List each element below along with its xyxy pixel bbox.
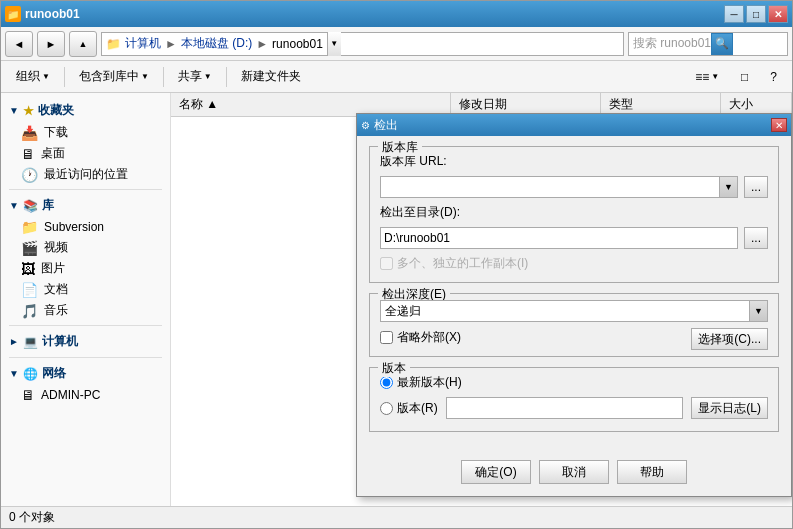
organize-button[interactable]: 组织 ▼: [7, 64, 59, 90]
forward-button[interactable]: ►: [37, 31, 65, 57]
sidebar-item-subversion[interactable]: 📁 Subversion: [1, 217, 170, 237]
maximize-button[interactable]: □: [746, 5, 766, 23]
computer-label: 计算机: [42, 333, 78, 350]
repo-url-dropdown-icon[interactable]: ▼: [719, 177, 737, 197]
include-library-button[interactable]: 包含到库中 ▼: [70, 64, 158, 90]
show-log-button[interactable]: 显示日志(L): [691, 397, 768, 419]
network-header[interactable]: ▼ 🌐 网络: [1, 362, 170, 385]
computer-adminpc-icon: 🖥: [21, 387, 35, 403]
library-header[interactable]: ▼ 📚 库: [1, 194, 170, 217]
dialog-title-text: 检出: [374, 117, 771, 134]
view-icon-button[interactable]: ≡≡ ▼: [686, 64, 728, 90]
sidebar-item-video[interactable]: 🎬 视频: [1, 237, 170, 258]
toolbar-separator-1: [64, 67, 65, 87]
help-button[interactable]: ?: [761, 64, 786, 90]
options-button[interactable]: 选择项(C)...: [691, 328, 768, 350]
sidebar-item-music[interactable]: 🎵 音乐: [1, 300, 170, 321]
checkout-dir-browse-button[interactable]: ...: [744, 227, 768, 249]
omit-externals-label: 省略外部(X): [397, 329, 461, 346]
version-group: 版本 最新版本(H) 版本(R) 显示日志(L): [369, 367, 779, 432]
new-folder-button[interactable]: 新建文件夹: [232, 64, 310, 90]
specific-version-radio[interactable]: [380, 402, 393, 415]
sidebar-item-pictures[interactable]: 🖼 图片: [1, 258, 170, 279]
cancel-button[interactable]: 取消: [539, 460, 609, 484]
sidebar-item-adminpc[interactable]: 🖥 ADMIN-PC: [1, 385, 170, 405]
path-seg1: 计算机: [125, 35, 161, 52]
repo-group-label: 版本库: [378, 139, 422, 156]
omit-externals-checkbox[interactable]: [380, 331, 393, 344]
folder-icon-downloads: 📥: [21, 125, 38, 141]
repo-url-select[interactable]: ▼: [380, 176, 738, 198]
search-box: 搜索 runoob01 🔍: [628, 32, 788, 56]
library-arrow-icon: ▼: [9, 200, 19, 211]
close-button[interactable]: ✕: [768, 5, 788, 23]
main-toolbar: 组织 ▼ 包含到库中 ▼ 共享 ▼ 新建文件夹 ≡≡ ▼ □ ?: [1, 61, 792, 93]
library-label: 库: [42, 197, 54, 214]
network-arrow-icon: ▼: [9, 368, 19, 379]
sidebar-divider-3: [9, 357, 162, 358]
latest-version-radio[interactable]: [380, 376, 393, 389]
search-button[interactable]: 🔍: [711, 33, 733, 55]
specific-version-label: 版本(R): [397, 400, 438, 417]
up-button[interactable]: ▲: [69, 31, 97, 57]
view-controls: ≡≡ ▼ □ ?: [686, 64, 786, 90]
path-seg2: 本地磁盘 (D:): [181, 35, 252, 52]
computer-arrow-icon: ►: [9, 336, 19, 347]
latest-version-row: 最新版本(H): [380, 374, 768, 391]
computer-header[interactable]: ► 💻 计算机: [1, 330, 170, 353]
favorites-header[interactable]: ▼ ★ 收藏夹: [1, 99, 170, 122]
status-bar: 0 个对象: [1, 506, 792, 528]
repo-url-row: 版本库 URL:: [380, 153, 768, 170]
computer-icon: 💻: [23, 335, 38, 349]
help-icon: ?: [770, 70, 777, 84]
minimize-button[interactable]: ─: [724, 5, 744, 23]
status-text: 0 个对象: [9, 509, 55, 526]
toolbar-separator-2: [163, 67, 164, 87]
multi-checkout-checkbox: [380, 257, 393, 270]
network-section: ▼ 🌐 网络 🖥 ADMIN-PC: [1, 362, 170, 405]
sidebar-item-recent[interactable]: 🕐 最近访问的位置: [1, 164, 170, 185]
share-button[interactable]: 共享 ▼: [169, 64, 221, 90]
depth-select[interactable]: 全递归 ▼: [380, 300, 768, 322]
folder-icon-pictures: 🖼: [21, 261, 35, 277]
search-placeholder-text: 搜索 runoob01: [633, 35, 711, 52]
path-dropdown-arrow[interactable]: ▼: [327, 32, 341, 56]
sidebar-item-downloads[interactable]: 📥 下载: [1, 122, 170, 143]
checkout-dir-input[interactable]: [380, 227, 738, 249]
address-path[interactable]: 📁 计算机 ► 本地磁盘 (D:) ► runoob01 ▼: [101, 32, 624, 56]
sidebar-item-desktop[interactable]: 🖥 桌面: [1, 143, 170, 164]
omit-externals-row: 省略外部(X): [380, 329, 461, 346]
back-button[interactable]: ◄: [5, 31, 33, 57]
repo-url-input-row: ▼ ...: [380, 176, 768, 198]
preview-pane-button[interactable]: □: [732, 64, 757, 90]
specific-version-input[interactable]: [446, 397, 684, 419]
depth-value-text: 全递归: [381, 303, 749, 320]
toolbar-separator-3: [226, 67, 227, 87]
main-window: 📁 runoob01 ─ □ ✕ ◄ ► ▲ 📁 计算机 ► 本地磁盘 (D:)…: [0, 0, 793, 529]
dialog-body: 版本库 版本库 URL: ▼ ...: [357, 136, 791, 452]
address-bar: ◄ ► ▲ 📁 计算机 ► 本地磁盘 (D:) ► runoob01 ▼ 搜索 …: [1, 27, 792, 61]
checkout-dir-input-row: ...: [380, 227, 768, 249]
sidebar-item-documents[interactable]: 📄 文档: [1, 279, 170, 300]
library-section: ▼ 📚 库 📁 Subversion 🎬 视频 🖼 图片 📄: [1, 194, 170, 321]
depth-dropdown-icon[interactable]: ▼: [749, 301, 767, 321]
favorites-star-icon: ★: [23, 104, 34, 118]
dialog-overlay: ⚙ 检出 ✕ 版本库 版本库 URL:: [171, 93, 792, 506]
omit-options-row: 省略外部(X) 选择项(C)...: [380, 328, 768, 350]
folder-icon-desktop: 🖥: [21, 146, 35, 162]
ok-button[interactable]: 确定(O): [461, 460, 531, 484]
sidebar: ▼ ★ 收藏夹 📥 下载 🖥 桌面 🕐 最近访问的位置: [1, 93, 171, 506]
favorites-section: ▼ ★ 收藏夹 📥 下载 🖥 桌面 🕐 最近访问的位置: [1, 99, 170, 185]
window-icon: 📁: [5, 6, 21, 22]
help-dialog-button[interactable]: 帮助: [617, 460, 687, 484]
folder-icon-recent: 🕐: [21, 167, 38, 183]
repo-browse-button[interactable]: ...: [744, 176, 768, 198]
repo-url-input[interactable]: [381, 177, 719, 197]
version-group-label: 版本: [378, 360, 410, 377]
computer-section: ► 💻 计算机: [1, 330, 170, 353]
organize-dropdown-icon: ▼: [42, 72, 50, 81]
folder-icon-documents: 📄: [21, 282, 38, 298]
dialog-title-bar: ⚙ 检出 ✕: [357, 114, 791, 136]
dialog-close-button[interactable]: ✕: [771, 118, 787, 132]
view-dropdown-icon: ▼: [711, 72, 719, 81]
